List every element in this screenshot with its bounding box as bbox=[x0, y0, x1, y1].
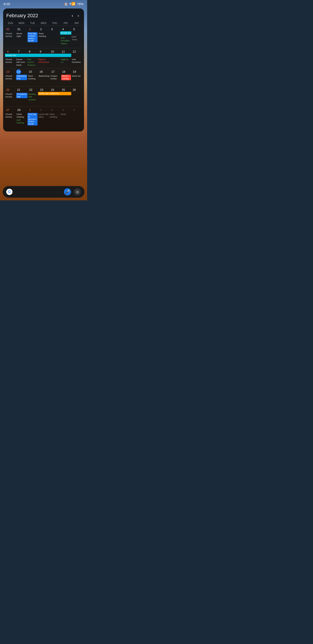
event-church-20: Church service bbox=[5, 93, 15, 98]
event-church-6: Church service bbox=[5, 58, 15, 64]
event-team-mar3: Team meeting bbox=[50, 113, 60, 118]
event-workout: Work out bbox=[72, 75, 82, 77]
day-num-mar4: 4 bbox=[60, 108, 65, 112]
event-staff-meeting: staff meeting bbox=[16, 119, 26, 124]
day-14[interactable]: 14 Valentine's Day bbox=[16, 68, 27, 86]
day-20[interactable]: 20 Church service bbox=[5, 86, 16, 106]
mic-icon[interactable]: 🎤 bbox=[64, 188, 71, 196]
day-headers: SUN MON TUE WED THU FRI SAT bbox=[5, 21, 82, 25]
day-30[interactable]: 30 Church service bbox=[5, 26, 16, 48]
day-4[interactable]: 4 Europe tour Visit Versailles Palace bbox=[60, 26, 71, 48]
day-27[interactable]: 27 Church service bbox=[5, 107, 16, 129]
day-num-16: 16 bbox=[39, 69, 43, 74]
day-num-mar3: 3 bbox=[50, 108, 54, 112]
day-mar2[interactable]: 2 Lunch with client bbox=[38, 107, 49, 129]
europe-tour-banner-w0: Europe tour bbox=[60, 31, 71, 35]
event-versailles: Visit Versailles Palace bbox=[60, 37, 71, 45]
day-25[interactable]: 25 bbox=[60, 86, 71, 106]
europe-tour-banner-w1: Europe tour bbox=[5, 54, 71, 57]
day-num-10: 10 bbox=[50, 49, 55, 54]
day-2[interactable]: 2 Team meeting bbox=[38, 26, 49, 48]
day-11[interactable]: 11 Flight to LA bbox=[60, 48, 71, 68]
event-dinner: Dinner with aunt Marie bbox=[16, 58, 26, 66]
week-row-4: 27 Church service 28 Client meeting staf… bbox=[5, 106, 82, 129]
event-presidents-day: Presidents' Day bbox=[16, 93, 27, 98]
day-num-9: 9 bbox=[38, 49, 43, 54]
day-24[interactable]: 24 bbox=[50, 86, 60, 106]
day-num-5: 5 bbox=[72, 27, 77, 32]
day-num-14: 14 bbox=[16, 69, 21, 74]
day-header-sat: SAT bbox=[71, 21, 82, 25]
event-womens-history: First Day of Women's History Month bbox=[27, 113, 37, 126]
day-10[interactable]: 10 bbox=[50, 48, 60, 68]
event-grandma: Visit Grandma bbox=[72, 58, 82, 64]
day-mar3[interactable]: 3 Team meeting bbox=[49, 107, 60, 129]
day-17[interactable]: 17 Project review bbox=[50, 68, 61, 86]
day-16[interactable]: 16 Barbershop bbox=[38, 68, 50, 86]
day-21[interactable]: 21 Presidents' Day bbox=[16, 86, 28, 106]
calendar-title: February 2022 bbox=[6, 13, 38, 18]
week-row-3: Mobile app conference 20 Church service … bbox=[5, 86, 82, 106]
google-logo[interactable]: G bbox=[6, 189, 12, 195]
day-28[interactable]: 28 Client meeting staff meeting bbox=[16, 107, 27, 129]
day-num-18: 18 bbox=[61, 69, 66, 74]
day-9[interactable]: 9 Flight to Switzerland bbox=[37, 48, 49, 68]
day-num-21: 21 bbox=[16, 88, 21, 92]
calendar-widget: February 2022 ‹ › SUN MON TUE WED THU FR… bbox=[3, 8, 84, 132]
status-bar: 8:05 🤖 ▾📶 78% bbox=[0, 0, 87, 7]
day-num-6: 6 bbox=[5, 49, 10, 54]
day-num-7: 7 bbox=[16, 49, 21, 54]
day-header-wed: WED bbox=[38, 21, 49, 25]
day-26[interactable]: 26 bbox=[71, 86, 82, 106]
time: 8:05 bbox=[3, 2, 10, 6]
day-mar1[interactable]: 1 First Day of Women's History Month bbox=[27, 107, 38, 129]
day-18[interactable]: 18 Henry's birthday bbox=[61, 68, 71, 86]
event-flight-la: Flight to LA bbox=[61, 58, 71, 64]
battery-text: 78% bbox=[77, 2, 83, 6]
search-bar[interactable]: G 🎤 ⊙ bbox=[3, 186, 84, 198]
day-num-30: 30 bbox=[5, 27, 10, 32]
day-num-mar2: 2 bbox=[38, 108, 43, 112]
day-num-1: 1 bbox=[27, 27, 32, 32]
day-5[interactable]: 5 Eiffel Tower bbox=[71, 26, 82, 48]
day-feb1[interactable]: 1 First Day of Black History Month bbox=[27, 26, 38, 48]
day-12[interactable]: 12 Visit Grandma bbox=[71, 48, 82, 68]
day-num-24: 24 bbox=[50, 88, 55, 92]
day-num-19: 19 bbox=[72, 69, 77, 74]
day-header-mon: MON bbox=[16, 21, 27, 25]
event-team-meeting-2: Team meeting bbox=[38, 32, 48, 38]
event-henry-birthday: Henry's birthday bbox=[61, 75, 71, 80]
day-15[interactable]: 15 Team meeting bbox=[27, 68, 38, 86]
event-louvre: Visit Louvre museum bbox=[27, 58, 37, 66]
day-num-12: 12 bbox=[72, 49, 77, 54]
next-month-button[interactable]: › bbox=[76, 12, 81, 19]
google-g-letter: G bbox=[8, 190, 11, 194]
day-8[interactable]: 8 Visit Louvre museum bbox=[27, 48, 38, 68]
mobile-conf-banner: Mobile app conference bbox=[38, 92, 71, 95]
prev-month-button[interactable]: ‹ bbox=[70, 12, 75, 19]
day-13[interactable]: 13 Church service bbox=[5, 68, 16, 86]
event-black-history: First Day of Black History Month bbox=[27, 32, 37, 42]
day-31[interactable]: 31 Movie night bbox=[16, 26, 27, 48]
day-7[interactable]: 7 Dinner with aunt Marie bbox=[16, 48, 27, 68]
event-project-review: Project review bbox=[50, 75, 60, 80]
day-23[interactable]: 23 bbox=[39, 86, 50, 106]
event-church-13: Church service bbox=[5, 75, 15, 80]
day-mar4[interactable]: 4 Picnic bbox=[60, 107, 71, 129]
day-mar5[interactable]: 5 bbox=[71, 107, 82, 129]
event-bowling: Bowling with Jennifer bbox=[28, 93, 38, 101]
day-19[interactable]: 19 Work out bbox=[71, 68, 82, 86]
day-num-mar1: 1 bbox=[27, 108, 32, 112]
event-client-meeting: Client meeting bbox=[16, 113, 26, 118]
day-22[interactable]: 22 Bowling with Jennifer bbox=[28, 86, 39, 106]
day-header-fri: FRI bbox=[60, 21, 71, 25]
day-3[interactable]: 3 bbox=[49, 26, 60, 48]
calendar-header: February 2022 ‹ › bbox=[5, 12, 82, 21]
event-barbershop: Barbershop bbox=[39, 75, 50, 77]
day-num-17: 17 bbox=[50, 69, 55, 74]
day-num-22: 22 bbox=[28, 88, 33, 92]
day-6[interactable]: 6 Church service bbox=[5, 48, 16, 68]
lens-icon[interactable]: ⊙ bbox=[74, 188, 81, 196]
event-eiffel: Eiffel Tower bbox=[72, 36, 82, 41]
day-header-tue: TUE bbox=[27, 21, 38, 25]
